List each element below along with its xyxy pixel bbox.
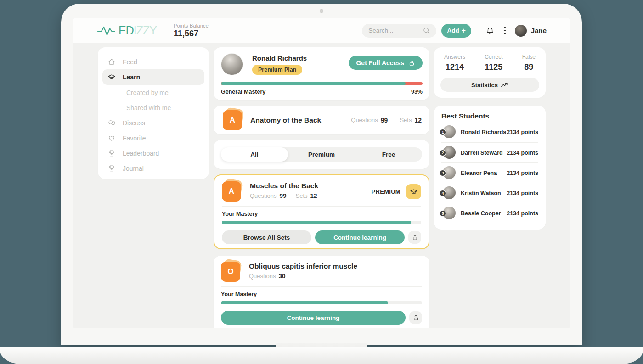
sidebar-item-journal[interactable]: Journal <box>98 161 209 176</box>
tablet-frame: EDIZZY Points Balance 11,567 Add + <box>61 4 582 345</box>
sidebar-item-favorite[interactable]: Favorite <box>98 130 209 146</box>
rank-badge: 4 <box>440 190 446 196</box>
sidebar-item-created-by-me[interactable]: Created by me <box>98 85 209 100</box>
stat-value: 1214 <box>444 62 465 72</box>
add-button[interactable]: Add + <box>441 24 471 38</box>
camera-dot <box>320 9 323 13</box>
featured-course-card[interactable]: A Muscles of the Back Questions 99 Sets … <box>214 174 429 249</box>
course-header-card[interactable]: A Anatomy of the Back Questions 99 Sets … <box>214 106 429 134</box>
get-full-access-label: Get Full Access <box>356 59 404 67</box>
user-avatar <box>515 25 527 37</box>
pulse-icon <box>97 25 118 37</box>
your-mastery-label: Your Mastery <box>222 211 421 217</box>
trophy-icon <box>107 149 116 157</box>
course-icon: A <box>222 181 242 202</box>
share-button[interactable] <box>409 311 422 324</box>
sidebar-item-label: Learn <box>123 73 140 81</box>
your-mastery-fill <box>222 221 411 224</box>
stat-label: Answers <box>444 54 465 60</box>
tab-premium[interactable]: Premium <box>288 147 355 162</box>
continue-learning-button[interactable]: Continue learning <box>221 311 406 325</box>
stat-value: 1125 <box>485 62 502 72</box>
search-icon[interactable] <box>423 27 430 34</box>
general-mastery-value: 93% <box>411 89 423 95</box>
kebab-menu-icon[interactable] <box>502 25 508 36</box>
sidebar-item-label: Shared with me <box>126 104 171 112</box>
sidebar-item-label: Favorite <box>123 134 146 142</box>
tab-free[interactable]: Free <box>355 147 422 162</box>
best-students-card: Best Students 1 Ronald Richards 2134 poi… <box>434 106 546 230</box>
sets-value: 12 <box>310 192 317 199</box>
student-row[interactable]: 5 Bessie Cooper 2134 points <box>441 203 538 223</box>
app-screen: EDIZZY Points Balance 11,567 Add + <box>73 18 570 328</box>
desktop-background: EDIZZY Points Balance 11,567 Add + <box>0 0 643 364</box>
student-row[interactable]: 2 Darrell Steward 2134 points <box>441 142 538 162</box>
questions-value: 30 <box>279 273 286 280</box>
graduation-cap-icon <box>107 73 116 81</box>
student-row[interactable]: 4 Kristin Watson 2134 points <box>441 183 538 203</box>
sets-label: Sets <box>400 117 412 123</box>
header-divider <box>165 23 165 39</box>
sidebar-item-learn[interactable]: Learn <box>102 69 204 85</box>
logo-text-faint: IZZY <box>134 24 157 37</box>
questions-value: 99 <box>280 192 287 199</box>
sidebar-item-label: Created by me <box>126 89 169 96</box>
filter-tabs-card: All Premium Free <box>214 140 429 169</box>
journal-trophy-icon <box>107 164 116 173</box>
points-balance-label: Points Balance <box>174 23 209 28</box>
sidebar-item-feed[interactable]: Feed <box>98 54 209 69</box>
search-box[interactable] <box>362 24 436 38</box>
sidebar-item-label: Feed <box>123 58 137 66</box>
course-title: Obliquus capitis inferior muscle <box>249 262 357 270</box>
chat-bubbles-icon <box>107 119 116 127</box>
logo-text-solid: ED <box>118 24 134 37</box>
get-full-access-button[interactable]: Get Full Access <box>349 56 423 70</box>
course-title: Anatomy of the Back <box>250 116 321 124</box>
sidebar-item-shared-with-me[interactable]: Shared with me <box>98 100 209 115</box>
sidebar-item-discuss[interactable]: Discuss <box>98 115 209 130</box>
user-menu[interactable]: Jane <box>515 25 547 37</box>
medizzy-logo: EDIZZY <box>97 24 157 37</box>
add-button-label: Add <box>447 27 459 34</box>
continue-learning-button[interactable]: Continue learning <box>315 230 405 244</box>
course-card[interactable]: O Obliquus capitis inferior muscle Quest… <box>214 256 429 328</box>
rank-badge: 2 <box>440 150 446 156</box>
user-name: Jane <box>531 27 547 34</box>
course-letter: A <box>222 181 241 202</box>
browse-all-sets-button[interactable]: Browse All Sets <box>222 230 311 244</box>
statistics-button[interactable]: Statistics <box>440 78 539 92</box>
stat-correct: Correct 1125 <box>485 54 502 72</box>
sidebar-item-label: Journal <box>123 165 144 172</box>
student-row[interactable]: 3 Eleanor Pena 2134 points <box>441 162 538 183</box>
course-letter: O <box>221 262 240 282</box>
student-row[interactable]: 1 Ronald Richards 2134 points <box>441 122 538 142</box>
student-name: Bessie Cooper <box>461 210 501 217</box>
statistics-label: Statistics <box>471 82 498 89</box>
student-points: 2134 points <box>507 190 538 196</box>
share-button[interactable] <box>408 231 421 244</box>
student-points: 2134 points <box>507 150 538 156</box>
tab-all[interactable]: All <box>221 147 288 162</box>
stat-false: False 89 <box>522 54 536 72</box>
student-name: Kristin Watson <box>461 190 501 196</box>
general-mastery-label: General Mastery <box>221 89 265 95</box>
your-mastery-bar <box>222 221 421 224</box>
app-header: EDIZZY Points Balance 11,567 Add + <box>73 18 570 43</box>
home-icon <box>107 58 116 66</box>
your-mastery-fill <box>221 301 388 304</box>
tab-track: All Premium Free <box>221 147 422 162</box>
search-input[interactable] <box>368 27 423 34</box>
sidebar: Feed Learn Created by me Shared with me <box>98 47 209 179</box>
rank-badge: 3 <box>440 170 446 176</box>
student-name: Ronald Richards <box>461 129 506 135</box>
rank-badge: 5 <box>440 210 446 217</box>
bell-icon[interactable] <box>485 26 495 35</box>
unlock-icon <box>408 60 415 67</box>
student-points: 2134 points <box>507 129 538 135</box>
sidebar-item-leaderboard[interactable]: Leaderboard <box>98 146 209 161</box>
sets-value: 12 <box>414 117 422 124</box>
header-divider-2 <box>479 23 479 39</box>
course-stats: Questions 99 Sets 12 <box>351 117 422 124</box>
questions-label: Questions <box>250 192 277 199</box>
stat-label: Correct <box>485 54 502 60</box>
